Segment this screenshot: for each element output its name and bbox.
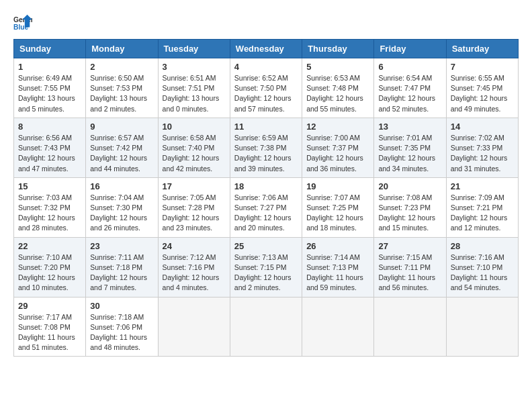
calendar-cell: 27 Sunrise: 7:15 AM Sunset: 7:11 PM Dayl… [374,237,446,297]
daylight-label: Daylight: 12 hours and 10 minutes. [18,273,75,291]
sunrise-label: Sunrise: 6:49 AM [18,74,72,82]
sunset-label: Sunset: 7:21 PM [451,203,503,212]
sunrise-label: Sunrise: 7:17 AM [18,313,72,321]
sunset-label: Sunset: 7:27 PM [234,203,287,212]
day-number: 24 [163,241,226,251]
calendar-cell: 10 Sunrise: 6:58 AM Sunset: 7:40 PM Dayl… [158,118,230,177]
sunrise-label: Sunrise: 6:55 AM [451,74,504,82]
day-number: 11 [234,122,298,132]
sunrise-label: Sunrise: 7:18 AM [90,313,144,321]
cell-content: Sunrise: 6:49 AM Sunset: 7:55 PM Dayligh… [18,73,81,114]
sunrise-label: Sunrise: 7:15 AM [378,253,432,261]
cell-content: Sunrise: 6:50 AM Sunset: 7:53 PM Dayligh… [90,73,153,114]
cell-content: Sunrise: 7:08 AM Sunset: 7:23 PM Dayligh… [378,193,441,234]
daylight-label: Daylight: 12 hours and 15 minutes. [378,214,435,232]
sunset-label: Sunset: 7:16 PM [163,263,215,271]
day-number: 22 [18,241,81,251]
day-number: 15 [18,181,81,191]
calendar-week-row: 8 Sunrise: 6:56 AM Sunset: 7:43 PM Dayli… [14,118,519,177]
daylight-label: Daylight: 11 hours and 54 minutes. [451,273,508,291]
day-number: 6 [378,62,441,72]
cell-content: Sunrise: 7:00 AM Sunset: 7:37 PM Dayligh… [306,133,369,174]
header-thursday: Thursday [302,40,374,58]
cell-content: Sunrise: 7:10 AM Sunset: 7:20 PM Dayligh… [18,253,81,293]
daylight-label: Daylight: 12 hours and 28 minutes. [18,214,75,232]
sunset-label: Sunset: 7:40 PM [163,144,215,152]
sunrise-label: Sunrise: 7:14 AM [306,253,360,261]
sunset-label: Sunset: 7:45 PM [451,84,503,92]
calendar-cell: 28 Sunrise: 7:16 AM Sunset: 7:10 PM Dayl… [446,237,518,297]
cell-content: Sunrise: 7:14 AM Sunset: 7:13 PM Dayligh… [306,253,369,293]
cell-content: Sunrise: 7:13 AM Sunset: 7:15 PM Dayligh… [234,253,298,293]
calendar-cell: 3 Sunrise: 6:51 AM Sunset: 7:51 PM Dayli… [158,58,230,118]
cell-content: Sunrise: 6:55 AM Sunset: 7:45 PM Dayligh… [451,73,514,114]
sunset-label: Sunset: 7:06 PM [90,323,142,331]
calendar-cell: 7 Sunrise: 6:55 AM Sunset: 7:45 PM Dayli… [446,58,518,118]
daylight-label: Daylight: 12 hours and 31 minutes. [451,154,508,172]
cell-content: Sunrise: 6:57 AM Sunset: 7:42 PM Dayligh… [90,133,153,174]
day-number: 7 [451,62,514,72]
daylight-label: Daylight: 12 hours and 57 minutes. [234,94,292,112]
sunset-label: Sunset: 7:42 PM [90,144,142,152]
calendar-cell: 20 Sunrise: 7:08 AM Sunset: 7:23 PM Dayl… [374,177,446,237]
calendar-cell: 5 Sunrise: 6:53 AM Sunset: 7:48 PM Dayli… [302,58,374,118]
day-number: 29 [18,301,81,311]
sunrise-label: Sunrise: 7:16 AM [451,253,504,261]
calendar-cell [374,297,446,357]
sunrise-label: Sunrise: 7:07 AM [306,193,360,201]
sunrise-label: Sunrise: 6:54 AM [378,74,432,82]
cell-content: Sunrise: 6:56 AM Sunset: 7:43 PM Dayligh… [18,133,81,174]
daylight-label: Daylight: 12 hours and 55 minutes. [306,94,363,112]
cell-content: Sunrise: 6:54 AM Sunset: 7:47 PM Dayligh… [378,73,441,114]
cell-content: Sunrise: 7:17 AM Sunset: 7:08 PM Dayligh… [18,312,81,353]
day-number: 16 [90,181,153,191]
calendar-cell: 13 Sunrise: 7:01 AM Sunset: 7:35 PM Dayl… [374,118,446,177]
day-number: 27 [378,241,441,251]
cell-content: Sunrise: 7:06 AM Sunset: 7:27 PM Dayligh… [234,193,298,234]
calendar-cell: 8 Sunrise: 6:56 AM Sunset: 7:43 PM Dayli… [14,118,86,177]
sunset-label: Sunset: 7:38 PM [234,144,287,152]
daylight-label: Daylight: 12 hours and 36 minutes. [306,154,363,172]
sunset-label: Sunset: 7:35 PM [378,144,431,152]
calendar-cell: 11 Sunrise: 6:59 AM Sunset: 7:38 PM Dayl… [230,118,302,177]
cell-content: Sunrise: 7:03 AM Sunset: 7:32 PM Dayligh… [18,193,81,234]
sunrise-label: Sunrise: 7:12 AM [163,253,216,261]
sunrise-label: Sunrise: 7:03 AM [18,193,72,201]
sunset-label: Sunset: 7:25 PM [306,203,359,212]
day-number: 5 [306,62,369,72]
sunset-label: Sunset: 7:23 PM [378,203,431,212]
header-monday: Monday [86,40,158,58]
sunrise-label: Sunrise: 7:05 AM [163,193,216,201]
header-wednesday: Wednesday [230,40,302,58]
sunset-label: Sunset: 7:50 PM [234,84,287,92]
daylight-label: Daylight: 11 hours and 48 minutes. [90,333,147,351]
cell-content: Sunrise: 7:01 AM Sunset: 7:35 PM Dayligh… [378,133,441,174]
calendar-table: SundayMondayTuesdayWednesdayThursdayFrid… [13,39,519,357]
cell-content: Sunrise: 7:05 AM Sunset: 7:28 PM Dayligh… [163,193,226,234]
header-saturday: Saturday [446,40,518,58]
cell-content: Sunrise: 7:15 AM Sunset: 7:11 PM Dayligh… [378,253,441,293]
calendar-cell: 12 Sunrise: 7:00 AM Sunset: 7:37 PM Dayl… [302,118,374,177]
calendar-cell: 18 Sunrise: 7:06 AM Sunset: 7:27 PM Dayl… [230,177,302,237]
daylight-label: Daylight: 13 hours and 2 minutes. [90,94,147,112]
sunset-label: Sunset: 7:11 PM [378,263,431,271]
daylight-label: Daylight: 12 hours and 20 minutes. [234,214,292,232]
header-sunday: Sunday [14,40,86,58]
calendar-cell: 17 Sunrise: 7:05 AM Sunset: 7:28 PM Dayl… [158,177,230,237]
sunset-label: Sunset: 7:32 PM [18,203,71,212]
day-number: 13 [378,122,441,132]
cell-content: Sunrise: 7:18 AM Sunset: 7:06 PM Dayligh… [90,312,153,353]
calendar-cell [230,297,302,357]
sunrise-label: Sunrise: 7:10 AM [18,253,72,261]
day-number: 10 [163,122,226,132]
day-number: 23 [90,241,153,251]
day-number: 12 [306,122,369,132]
calendar-cell [158,297,230,357]
sunset-label: Sunset: 7:28 PM [163,203,215,212]
day-number: 1 [18,62,81,72]
sunrise-label: Sunrise: 6:50 AM [90,74,144,82]
sunrise-label: Sunrise: 6:56 AM [18,134,72,142]
daylight-label: Daylight: 12 hours and 47 minutes. [18,154,75,172]
calendar-header-row: SundayMondayTuesdayWednesdayThursdayFrid… [14,40,519,58]
calendar-cell [446,297,518,357]
